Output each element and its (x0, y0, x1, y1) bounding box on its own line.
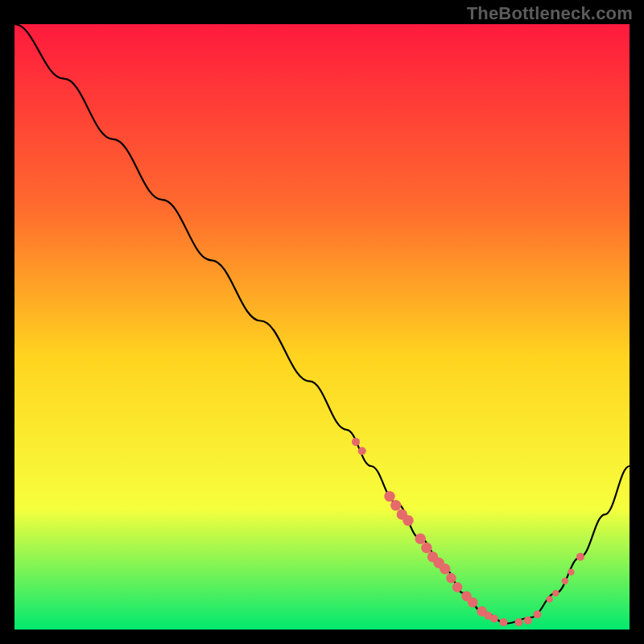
curve-marker (402, 515, 413, 526)
curve-marker (533, 610, 541, 618)
curve-marker (352, 438, 360, 446)
curve-marker (421, 543, 431, 553)
curve-marker (358, 447, 366, 455)
curve-marker (499, 618, 507, 626)
curve-marker (440, 564, 450, 574)
curve-marker (452, 582, 463, 592)
watermark-text: TheBottleneck.com (467, 3, 633, 24)
curve-marker (562, 578, 568, 584)
curve-marker (468, 597, 478, 608)
bottleneck-chart (14, 24, 630, 630)
chart-container: TheBottleneck.com (0, 0, 644, 644)
curve-marker (446, 573, 456, 584)
curve-marker (552, 590, 559, 597)
curve-marker (524, 617, 532, 625)
gradient-backdrop (14, 24, 630, 630)
curve-marker (390, 500, 401, 510)
curve-marker (515, 618, 523, 626)
plot-frame (14, 24, 630, 630)
curve-marker (490, 615, 498, 623)
curve-marker (415, 534, 426, 544)
curve-marker (576, 553, 584, 561)
curve-marker (568, 568, 574, 575)
curve-marker (384, 491, 394, 502)
curve-marker (547, 596, 553, 602)
